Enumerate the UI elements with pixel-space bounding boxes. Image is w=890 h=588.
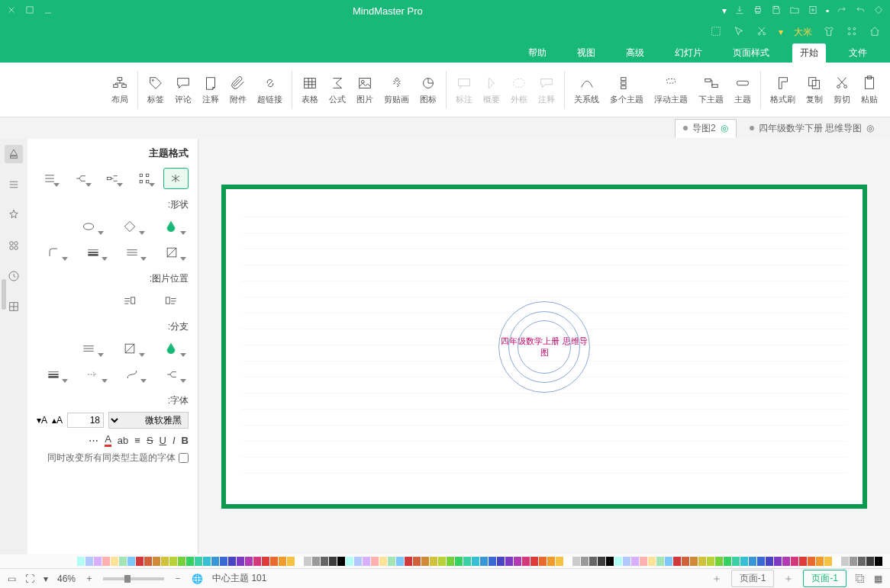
color-swatch[interactable] — [480, 557, 488, 566]
sb-grid-icon[interactable]: ▦ — [874, 574, 882, 584]
font-name[interactable]: 微软雅黑 — [108, 412, 189, 429]
color-swatch[interactable] — [774, 557, 782, 566]
color-swatch[interactable] — [262, 557, 269, 566]
fill-color[interactable] — [153, 216, 189, 237]
color-swatch[interactable] — [472, 557, 479, 566]
color-swatch[interactable] — [715, 557, 723, 566]
color-swatch[interactable] — [598, 557, 605, 566]
export-icon[interactable] — [734, 5, 745, 18]
color-swatch[interactable] — [824, 557, 832, 566]
qb-apps-icon[interactable] — [846, 25, 858, 40]
color-swatch[interactable] — [396, 557, 404, 566]
menu-start[interactable]: 开始 — [792, 43, 826, 63]
color-swatch[interactable] — [455, 557, 463, 566]
color-swatch[interactable] — [732, 557, 740, 566]
corner-radius[interactable] — [37, 242, 70, 263]
color-swatch[interactable] — [698, 557, 706, 566]
open-icon[interactable] — [789, 5, 800, 18]
canvas[interactable]: 四年级数学上册 思维导图 — [221, 185, 867, 509]
color-swatch[interactable] — [77, 557, 85, 566]
qb-cut-icon[interactable] — [756, 25, 768, 40]
layout-preset[interactable] — [68, 168, 93, 189]
branch-style[interactable] — [71, 338, 106, 359]
color-swatch[interactable] — [766, 557, 773, 566]
canvas-area[interactable]: 四年级数学上册 思维导图 — [198, 139, 890, 554]
color-swatch[interactable] — [833, 557, 840, 566]
redo-icon[interactable] — [837, 5, 847, 18]
menu-slideshow[interactable]: 幻灯片 — [667, 43, 710, 63]
color-swatch[interactable] — [354, 557, 362, 566]
color-swatch[interactable] — [161, 557, 169, 566]
rb-mark[interactable]: 标注 — [451, 75, 477, 105]
shape-ellipse[interactable] — [71, 216, 106, 237]
color-swatch[interactable] — [799, 557, 807, 566]
color-swatch[interactable] — [421, 557, 429, 566]
color-swatch[interactable] — [447, 557, 454, 566]
color-swatch[interactable] — [195, 557, 202, 566]
color-swatch[interactable] — [279, 557, 286, 566]
color-swatch[interactable] — [371, 557, 379, 566]
color-swatch[interactable] — [656, 557, 664, 566]
add-page[interactable]: ＋ — [783, 572, 794, 586]
rb-copy[interactable]: 复制 — [801, 75, 827, 105]
border-style[interactable] — [116, 242, 150, 263]
color-swatch[interactable] — [144, 557, 152, 566]
fit-page-icon[interactable]: ⛶ — [25, 574, 34, 584]
branch-shape[interactable] — [155, 364, 189, 385]
color-swatch[interactable] — [228, 557, 236, 566]
color-swatch[interactable] — [237, 557, 244, 566]
rb-format[interactable]: 格式刷 — [766, 75, 800, 105]
page-tab-2[interactable]: 页面-1 — [731, 570, 775, 587]
color-swatch[interactable] — [430, 557, 437, 566]
color-swatch[interactable] — [547, 557, 555, 566]
layout-preset[interactable] — [37, 168, 62, 189]
italic[interactable]: I — [173, 435, 176, 446]
color-swatch[interactable] — [556, 557, 563, 566]
color-swatch[interactable] — [497, 557, 505, 566]
color-swatch[interactable] — [665, 557, 672, 566]
rb-tag[interactable]: 标签 — [143, 75, 169, 105]
rb-subtopic[interactable]: 下主题 — [694, 75, 728, 105]
font-dec[interactable]: A▾ — [37, 415, 47, 426]
color-swatch[interactable] — [514, 557, 521, 566]
color-swatch[interactable] — [245, 557, 253, 566]
qb-home-icon[interactable] — [869, 25, 881, 40]
zoom-in[interactable]: ＋ — [85, 572, 94, 585]
no-border[interactable] — [155, 242, 189, 263]
highlight[interactable]: ab — [118, 435, 128, 446]
color-swatch[interactable] — [304, 557, 311, 566]
branch-weight[interactable] — [37, 364, 70, 385]
color-swatch[interactable] — [757, 557, 765, 566]
img-right[interactable] — [112, 290, 147, 311]
color-swatch[interactable] — [850, 557, 857, 566]
img-left[interactable] — [153, 290, 189, 311]
color-swatch[interactable] — [337, 557, 345, 566]
qb-shirt-icon[interactable] — [823, 25, 835, 40]
color-swatch[interactable] — [85, 557, 93, 566]
color-swatch[interactable] — [816, 557, 824, 566]
rb-chart[interactable]: 图标 — [415, 75, 441, 105]
color-swatch[interactable] — [169, 557, 177, 566]
color-swatch[interactable] — [438, 557, 446, 566]
color-swatch[interactable] — [329, 557, 337, 566]
color-swatch[interactable] — [740, 557, 748, 566]
align[interactable]: ≡ — [134, 435, 140, 446]
rb-attachment[interactable]: 附件 — [225, 75, 251, 105]
save-icon[interactable] — [771, 5, 782, 18]
menu-advanced[interactable]: 高级 — [618, 43, 652, 63]
color-swatch[interactable] — [136, 557, 143, 566]
color-swatch[interactable] — [858, 557, 866, 566]
color-swatch[interactable] — [287, 557, 295, 566]
sb-pages-icon[interactable]: ⿻ — [856, 574, 865, 584]
tab-clipart-icon[interactable] — [5, 236, 23, 255]
doc-tab-1[interactable]: ◎四年级数学下册 思维导图 — [741, 119, 882, 138]
rb-table[interactable]: 表格 — [297, 75, 323, 105]
strike[interactable]: S — [147, 435, 153, 446]
font-size[interactable] — [67, 413, 104, 428]
branch-curve[interactable] — [116, 364, 150, 385]
font-color[interactable]: A — [105, 433, 111, 447]
color-swatch[interactable] — [463, 557, 471, 566]
color-swatch[interactable] — [623, 557, 630, 566]
qb-select-icon[interactable] — [710, 25, 722, 40]
color-swatch[interactable] — [321, 557, 328, 566]
